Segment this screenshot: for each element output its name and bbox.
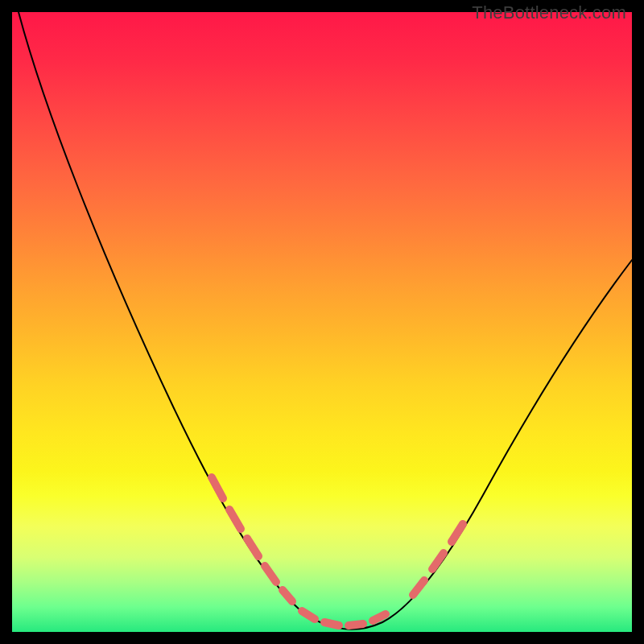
plot-area (12, 12, 632, 632)
highlight-left-descent (212, 477, 292, 601)
highlight-right-ascent (413, 524, 463, 595)
watermark-text: TheBottleneck.com (472, 2, 626, 23)
bottleneck-curve (19, 12, 632, 630)
highlight-trough (302, 611, 386, 625)
chart-frame: TheBottleneck.com (0, 0, 644, 644)
curve-svg (12, 12, 632, 632)
